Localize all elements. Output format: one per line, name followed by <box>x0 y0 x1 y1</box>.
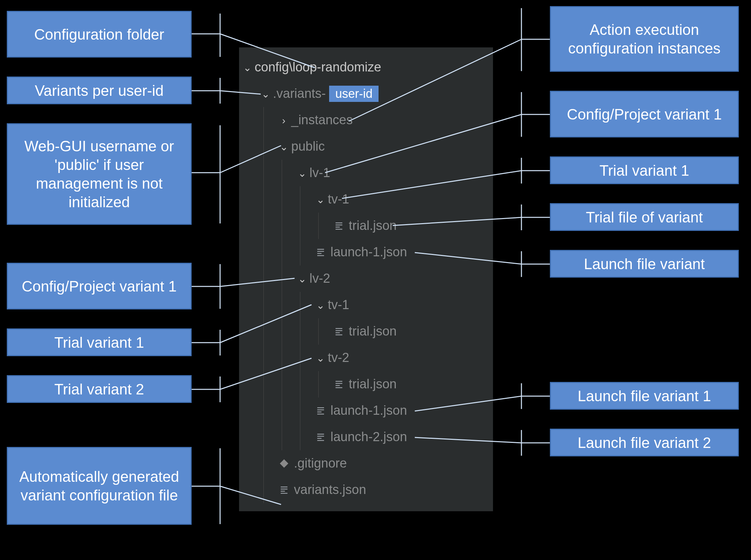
tree-label: tv-1 <box>328 192 349 206</box>
tree-row-lv1-tv1-trial[interactable]: trial.json <box>239 213 493 239</box>
ann-trial-variant1-l: Trial variant 1 <box>7 328 192 356</box>
chevron-down-icon: ⌄ <box>278 141 289 152</box>
tree-row-gitignore[interactable]: .gitignore <box>239 450 493 477</box>
chevron-down-icon: ⌄ <box>315 194 326 205</box>
tree-row-lv2[interactable]: ⌄ lv-2 <box>239 265 493 292</box>
ann-webgui-user: Web-GUI username or 'public' if user man… <box>7 123 192 225</box>
ann-config-folder: Configuration folder <box>7 11 192 58</box>
file-icon <box>333 379 345 390</box>
user-id-badge: user-id <box>329 86 378 102</box>
chevron-right-icon: › <box>278 115 289 126</box>
chevron-down-icon: ⌄ <box>315 300 326 311</box>
tree-label: tv-2 <box>328 351 349 365</box>
tree-row-public[interactable]: ⌄ public <box>239 134 493 160</box>
tree-label: lv-2 <box>310 272 330 286</box>
tree-label: trial.json <box>349 219 397 233</box>
tree-row-lv2-launch1[interactable]: launch-1.json <box>239 398 493 424</box>
file-icon <box>333 220 345 232</box>
tree-row-variants[interactable]: ⌄ .variants- user-id <box>239 81 493 107</box>
ann-config-variant1-r: Config/Project variant 1 <box>550 91 739 138</box>
tree-label: trial.json <box>349 377 397 392</box>
file-icon <box>315 405 327 417</box>
ann-auto-variant-file: Automatically generated variant configur… <box>7 447 192 525</box>
tree-row-instances[interactable]: › _instances <box>239 107 493 134</box>
tree-row-lv2-tv2[interactable]: ⌄ tv-2 <box>239 345 493 371</box>
tree-row-root[interactable]: ⌄ config\loop-randomize <box>239 54 493 81</box>
tree-label: launch-1.json <box>331 245 407 259</box>
ann-trial-variant1-r: Trial variant 1 <box>550 156 739 184</box>
chevron-down-icon: ⌄ <box>297 167 308 179</box>
tree-row-lv1-launch1[interactable]: launch-1.json <box>239 239 493 265</box>
tree-row-lv2-tv1-trial[interactable]: trial.json <box>239 318 493 345</box>
tree-label: .variants- <box>273 87 326 101</box>
file-icon <box>315 246 327 258</box>
file-tree-panel: ⌄ config\loop-randomize ⌄ .variants- use… <box>239 47 493 511</box>
git-icon <box>278 458 290 469</box>
ann-variants-per-user: Variants per user-id <box>7 77 192 104</box>
tree-label: trial.json <box>349 324 397 339</box>
ann-launch-file-2: Launch file variant 2 <box>550 428 739 456</box>
ann-trial-variant2-l: Trial variant 2 <box>7 375 192 403</box>
tree-label: .gitignore <box>294 456 347 471</box>
tree-label: public <box>291 140 325 154</box>
file-icon <box>278 484 290 496</box>
tree-row-lv2-tv1[interactable]: ⌄ tv-1 <box>239 292 493 318</box>
ann-trial-file: Trial file of variant <box>550 203 739 231</box>
file-icon <box>333 326 345 337</box>
tree-row-lv1[interactable]: ⌄ lv-1 <box>239 160 493 186</box>
tree-label: _instances <box>291 113 353 127</box>
tree-label: launch-2.json <box>331 430 407 444</box>
chevron-down-icon: ⌄ <box>315 353 326 364</box>
ann-launch-file: Launch file variant <box>550 250 739 278</box>
tree-label: config\loop-randomize <box>255 60 381 75</box>
ann-launch-file-1: Launch file variant 1 <box>550 382 739 410</box>
file-icon <box>315 431 327 443</box>
tree-row-lv2-tv2-trial[interactable]: trial.json <box>239 371 493 398</box>
diagram-stage: ⌄ config\loop-randomize ⌄ .variants- use… <box>0 0 751 560</box>
tree-row-lv2-launch2[interactable]: launch-2.json <box>239 424 493 450</box>
tree-label: launch-1.json <box>331 404 407 418</box>
chevron-down-icon: ⌄ <box>297 273 308 284</box>
tree-label: tv-1 <box>328 298 349 312</box>
tree-row-lv1-tv1[interactable]: ⌄ tv-1 <box>239 186 493 213</box>
tree-label: lv-1 <box>310 166 330 180</box>
ann-action-exec: Action execution configuration instances <box>550 6 739 72</box>
tree-row-variants-json[interactable]: variants.json <box>239 477 493 503</box>
tree-label: variants.json <box>294 483 366 497</box>
chevron-down-icon: ⌄ <box>242 62 253 73</box>
chevron-down-icon: ⌄ <box>260 88 271 100</box>
ann-config-variant1-l: Config/Project variant 1 <box>7 263 192 309</box>
